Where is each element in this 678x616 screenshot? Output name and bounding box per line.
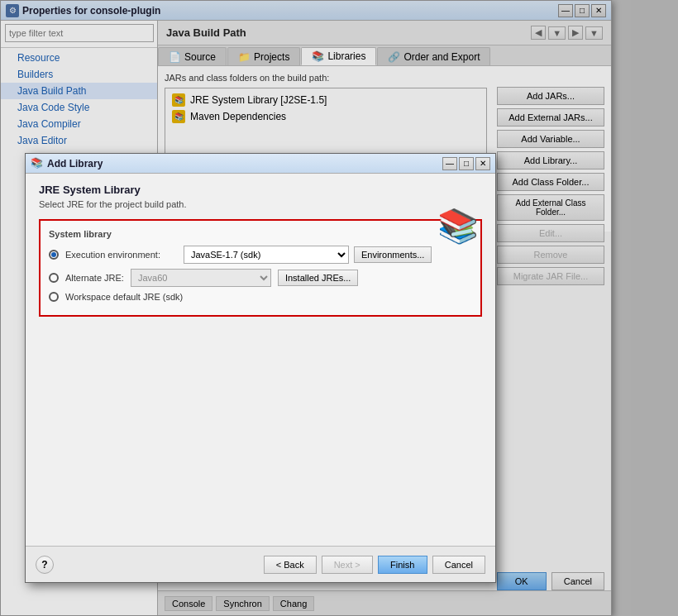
dialog-controls: — □ ✕ bbox=[442, 157, 490, 170]
dialog-overlay: 📚 Add Library — □ ✕ JRE System Library S… bbox=[0, 0, 678, 616]
exec-env-select-group: JavaSE-1.7 (sdk) J2SE-1.5 J2SE-1.4 Envir… bbox=[184, 246, 432, 264]
dialog-section-title: JRE System Library bbox=[39, 184, 482, 196]
dialog-minimize-button[interactable]: — bbox=[442, 157, 457, 170]
dialog-subtitle: Select JRE for the project build path. bbox=[39, 199, 482, 209]
alt-jre-select[interactable]: Java60 bbox=[131, 269, 271, 287]
workspace-default-row: Workspace default JRE (sdk) bbox=[49, 292, 472, 302]
add-library-dialog: 📚 Add Library — □ ✕ JRE System Library S… bbox=[25, 153, 496, 583]
dialog-title-icon: 📚 bbox=[31, 157, 44, 170]
system-library-box: System library Execution environment: Ja… bbox=[39, 219, 482, 317]
next-button[interactable]: Next > bbox=[322, 556, 373, 574]
dialog-title-text: Add Library bbox=[47, 158, 442, 170]
alt-jre-label: Alternate JRE: bbox=[65, 273, 124, 283]
alt-jre-row: Alternate JRE: Java60 Installed JREs... bbox=[49, 269, 472, 287]
exec-env-row: Execution environment: JavaSE-1.7 (sdk) … bbox=[49, 246, 472, 264]
dialog-body: JRE System Library Select JRE for the pr… bbox=[26, 174, 495, 335]
alt-jre-radio[interactable] bbox=[49, 273, 59, 283]
workspace-default-label: Workspace default JRE (sdk) bbox=[65, 292, 183, 302]
help-button[interactable]: ? bbox=[36, 556, 54, 574]
system-lib-label: System library bbox=[49, 229, 472, 239]
dialog-maximize-button[interactable]: □ bbox=[459, 157, 474, 170]
workspace-default-radio[interactable] bbox=[49, 292, 59, 302]
finish-button[interactable]: Finish bbox=[378, 556, 427, 574]
exec-env-label: Execution environment: bbox=[65, 250, 160, 260]
dialog-title-bar: 📚 Add Library — □ ✕ bbox=[26, 154, 495, 174]
back-button[interactable]: < Back bbox=[264, 556, 317, 574]
exec-env-radio[interactable] bbox=[49, 250, 59, 260]
dialog-close-button[interactable]: ✕ bbox=[475, 157, 490, 170]
dialog-footer: ? < Back Next > Finish Cancel bbox=[26, 546, 495, 582]
books-decoration-icon: 📚 bbox=[437, 207, 479, 246]
installed-jres-button[interactable]: Installed JREs... bbox=[278, 270, 358, 286]
exec-env-select[interactable]: JavaSE-1.7 (sdk) J2SE-1.5 J2SE-1.4 bbox=[184, 246, 349, 264]
environments-button[interactable]: Environments... bbox=[354, 246, 432, 263]
cancel-button[interactable]: Cancel bbox=[432, 556, 485, 574]
